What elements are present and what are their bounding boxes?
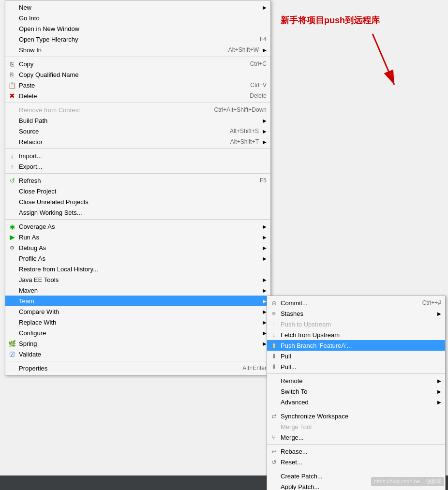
fetch-icon: ↓ [270, 331, 278, 339]
spring-icon: 🌿 [8, 340, 16, 347]
menu-item-delete[interactable]: ✖ Delete Delete [5, 90, 270, 101]
menu-item-debug-as[interactable]: ⚙ Debug As ▶ [5, 242, 270, 253]
menu-item-java-ee-tools[interactable]: Java EE Tools ▶ [5, 274, 270, 285]
menu-item-open-type-hierarchy[interactable]: Open Type Hierarchy F4 [5, 34, 270, 45]
menu-item-restore-history[interactable]: Restore from Local History... [5, 264, 270, 274]
submenu-item-pull[interactable]: ⬇ Pull... [267, 361, 445, 372]
push-branch-icon: ⬆ [270, 342, 278, 349]
submenu-item-merge-tool[interactable]: Merge Tool [267, 421, 445, 432]
menu-item-compare-with[interactable]: Compare With ▶ [5, 306, 270, 317]
push-upstream-icon: ↑ [270, 320, 278, 328]
submenu-item-fetch[interactable]: ↓ Fetch from Upstream [267, 329, 445, 340]
menu-item-close-project[interactable]: Close Project [5, 186, 270, 196]
sep-team-1 [267, 373, 445, 374]
submenu-item-remote[interactable]: Remote ▶ [267, 375, 445, 386]
menu-item-export[interactable]: ↑ Export... [5, 161, 270, 172]
menu-item-show-in[interactable]: Show In Alt+Shift+W ▶ [5, 45, 270, 55]
menu-item-new[interactable]: New ▶ [5, 2, 270, 13]
main-context-menu: New ▶ Go Into Open in New Window Open Ty… [5, 0, 271, 375]
reset-icon: ↺ [270, 458, 278, 466]
sep-team-3 [267, 444, 445, 445]
watermark: https://blog.csdn.ne... 创新联 [371, 477, 444, 486]
arrow-indicator [368, 31, 406, 89]
submenu-item-push-upstream[interactable]: ↑ Push to Upstream [267, 319, 445, 329]
copy-icon: ⎘ [8, 60, 16, 68]
submenu-item-reset[interactable]: ↺ Reset... [267, 457, 445, 467]
paste-icon: 📋 [8, 81, 16, 89]
submenu-item-switch-to[interactable]: Switch To ▶ [267, 386, 445, 397]
menu-item-maven[interactable]: Maven ▶ [5, 285, 270, 296]
menu-item-spring[interactable]: 🌿 Spring ▶ [5, 338, 270, 349]
pull-direct-icon: ⬇ [270, 352, 278, 360]
submenu-item-merge[interactable]: ⑂ Merge... [267, 432, 445, 443]
menu-item-properties[interactable]: Properties Alt+Enter [5, 363, 270, 373]
separator-3 [5, 148, 270, 149]
menu-item-remove-context[interactable]: Remove from Context Ctrl+Alt+Shift+Down [5, 104, 270, 115]
sync-icon: ⇄ [270, 412, 278, 420]
menu-item-paste[interactable]: 📋 Paste Ctrl+V [5, 80, 270, 90]
commit-icon: ⊕ [270, 299, 278, 307]
submenu-item-advanced[interactable]: Advanced ▶ [267, 397, 445, 407]
annotation-text: 新手将项目push到远程库 [281, 15, 380, 26]
menu-item-coverage-as[interactable]: ◉ Coverage As ▶ [5, 221, 270, 232]
team-submenu: ⊕ Commit... Ctrl++# ≡ Stashes ▶ ↑ Push t… [267, 296, 446, 490]
import-icon: ↓ [8, 152, 16, 160]
separator-4 [5, 173, 270, 174]
menu-item-source[interactable]: Source Alt+Shift+S ▶ [5, 126, 270, 136]
separator-5 [5, 219, 270, 220]
menu-item-go-into[interactable]: Go Into [5, 13, 270, 23]
menu-item-run-as[interactable]: ▶ Run As ▶ [5, 232, 270, 242]
stash-icon: ≡ [270, 310, 278, 317]
separator-2 [5, 103, 270, 103]
menu-item-copy-qualified[interactable]: ⎘ Copy Qualified Name [5, 69, 270, 80]
separator-1 [5, 57, 270, 57]
submenu-item-synchronize[interactable]: ⇄ Synchronize Workspace [267, 411, 445, 421]
menu-item-profile-as[interactable]: Profile As ▶ [5, 253, 270, 264]
sep-team-4 [267, 469, 445, 469]
menu-item-assign-working-sets[interactable]: Assign Working Sets... [5, 207, 270, 218]
menu-item-import[interactable]: ↓ Import... [5, 150, 270, 161]
menu-item-close-unrelated[interactable]: Close Unrelated Projects [5, 196, 270, 207]
delete-icon: ✖ [8, 92, 16, 100]
menu-item-refactor[interactable]: Refactor Alt+Shift+T ▶ [5, 136, 270, 147]
separator-6 [5, 361, 270, 361]
debug-icon: ⚙ [8, 244, 16, 252]
run-icon: ▶ [8, 233, 16, 241]
menu-item-open-new-window[interactable]: Open in New Window [5, 23, 270, 34]
merge-icon: ⑂ [270, 433, 278, 441]
menu-item-validate[interactable]: ☑ Validate [5, 349, 270, 359]
submenu-item-commit[interactable]: ⊕ Commit... Ctrl++# [267, 297, 445, 308]
export-icon: ↑ [8, 163, 16, 170]
menu-item-team[interactable]: Team ▶ [5, 296, 270, 306]
menu-item-refresh[interactable]: ↺ Refresh F5 [5, 175, 270, 186]
validate-icon: ☑ [8, 350, 16, 358]
sep-team-2 [267, 409, 445, 409]
menu-item-configure[interactable]: Configure ▶ [5, 327, 270, 338]
svg-line-1 [373, 34, 394, 85]
submenu-item-stashes[interactable]: ≡ Stashes ▶ [267, 308, 445, 319]
submenu-item-push-branch[interactable]: ⬆ Push Branch 'FeatureA'... [267, 340, 445, 351]
menu-item-replace-with[interactable]: Replace With ▶ [5, 317, 270, 327]
pull-icon: ⬇ [270, 363, 278, 371]
copy-qualified-icon: ⎘ [8, 71, 16, 78]
refresh-icon: ↺ [8, 177, 16, 184]
rebase-icon: ↩ [270, 447, 278, 455]
submenu-item-pull-direct[interactable]: ⬇ Pull [267, 351, 445, 361]
submenu-item-rebase[interactable]: ↩ Rebase... [267, 446, 445, 457]
coverage-icon: ◉ [8, 223, 16, 230]
menu-item-build-path[interactable]: Build Path ▶ [5, 115, 270, 126]
menu-item-copy[interactable]: ⎘ Copy Ctrl+C [5, 59, 270, 69]
